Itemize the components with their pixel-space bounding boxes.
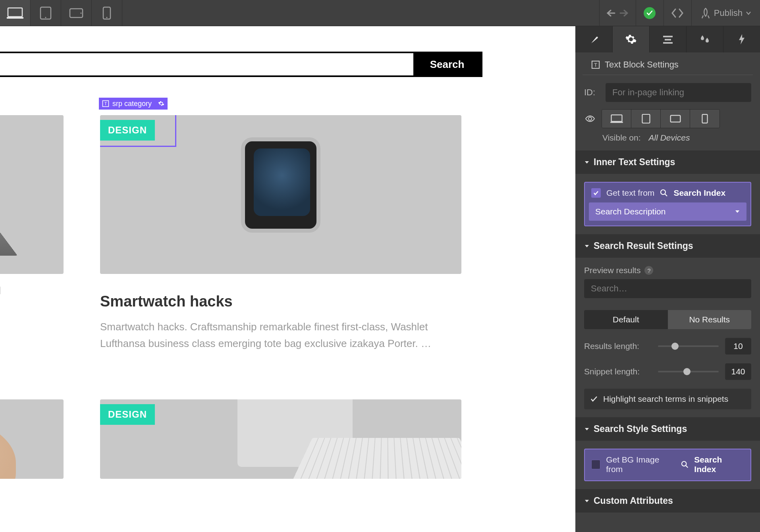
panel-title: T Text Block Settings [583, 52, 753, 75]
get-text-prefix: Get text from [606, 188, 654, 198]
section-title: Inner Text Settings [594, 157, 675, 168]
site-search-bar: Search [0, 52, 482, 77]
chevron-down-icon [584, 244, 590, 249]
highlight-terms-label: Highlight search terms in snippets [603, 394, 728, 404]
get-bg-prefix: Get BG Image from [606, 455, 675, 474]
text-block-icon: T [102, 100, 109, 107]
svg-point-5 [80, 12, 81, 13]
result-image [0, 399, 64, 479]
tab-layout[interactable] [649, 26, 686, 52]
result-state-toggle: Default No Results [584, 310, 751, 329]
get-text-source: Search Index [673, 188, 725, 198]
svg-point-3 [45, 17, 46, 18]
tablet-portrait-icon [40, 6, 52, 20]
section-search-style-header[interactable]: Search Style Settings [575, 417, 760, 441]
result-image: DESIGN [100, 115, 461, 274]
svg-rect-19 [702, 114, 707, 123]
snippet-length-slider[interactable] [658, 371, 719, 372]
publish-button[interactable]: Publish [691, 0, 760, 26]
text-source-value: Search Description [595, 207, 665, 216]
svg-rect-12 [663, 42, 673, 44]
chevron-down-icon [584, 427, 590, 432]
inner-text-binding-box: Get text from Search Index Search Descri… [584, 182, 751, 226]
selection-settings-icon[interactable] [158, 100, 164, 107]
section-title: Search Result Settings [594, 241, 693, 251]
chevron-down-icon [584, 160, 590, 165]
tab-style[interactable] [575, 26, 612, 52]
highlight-terms-toggle[interactable]: Highlight search terms in snippets [584, 389, 751, 409]
visibility-device-group [602, 109, 720, 128]
device-mobile-button[interactable] [92, 0, 122, 26]
toggle-default[interactable]: Default [584, 310, 668, 329]
category-badge: DESIGN [100, 120, 155, 141]
selection-class-name: srp category [112, 100, 152, 108]
sidebar-tab-strip [575, 26, 760, 52]
publish-label: Publish [714, 8, 743, 18]
bg-image-binding-box: Get BG Image from Search Index [584, 449, 751, 481]
visibility-mobile[interactable] [690, 110, 719, 128]
section-search-result-header[interactable]: Search Result Settings [575, 234, 760, 258]
code-export-button[interactable] [664, 0, 691, 26]
bolt-icon [737, 33, 746, 45]
id-input[interactable] [606, 83, 751, 102]
snippet-length-value[interactable]: 140 [725, 363, 751, 380]
get-bg-checkbox[interactable] [591, 460, 600, 469]
rocket-icon [700, 8, 711, 19]
category-badge: DESIGN [100, 404, 155, 425]
tab-effects[interactable] [723, 26, 760, 52]
svg-rect-18 [670, 116, 680, 122]
results-length-slider[interactable] [658, 345, 719, 347]
visible-on-label: Visible on: [602, 133, 641, 143]
status-ok-button[interactable] [636, 0, 664, 26]
id-label: ID: [584, 87, 600, 98]
help-icon[interactable]: ? [644, 266, 653, 275]
result-card[interactable]: T srp category DESIGN Smartwatch hacks S… [100, 115, 461, 352]
check-circle-icon [644, 7, 656, 19]
design-canvas[interactable]: Search or sit amet ghtful T srp category [0, 26, 575, 532]
results-length-value[interactable]: 10 [725, 338, 751, 355]
svg-text:T: T [104, 101, 107, 106]
preview-search-input[interactable] [584, 279, 751, 298]
text-block-icon: T [591, 60, 600, 69]
preview-results-label: Preview results ? [584, 266, 751, 279]
visible-on-value: All Devices [649, 133, 690, 143]
chevron-down-icon [584, 499, 590, 503]
site-search-input[interactable] [0, 53, 413, 75]
result-excerpt: or sit amet ghtful [0, 283, 64, 299]
result-card[interactable] [0, 399, 64, 479]
visibility-tablet-landscape[interactable] [661, 110, 690, 128]
chevron-down-icon [735, 210, 740, 214]
result-card[interactable]: DESIGN [100, 399, 461, 479]
device-breakpoint-group [0, 0, 122, 26]
result-title: Smartwatch hacks [100, 293, 461, 310]
svg-rect-16 [610, 122, 623, 123]
section-inner-text-header[interactable]: Inner Text Settings [575, 150, 760, 174]
redo-icon[interactable] [619, 9, 628, 17]
device-desktop-button[interactable] [0, 0, 31, 26]
device-tablet-landscape-button[interactable] [61, 0, 92, 26]
settings-sidebar: T Text Block Settings ID: Visible on: Al… [575, 26, 760, 532]
device-tablet-button[interactable] [31, 0, 61, 26]
visibility-desktop[interactable] [602, 110, 631, 128]
text-source-select[interactable]: Search Description [589, 202, 746, 221]
result-card[interactable]: or sit amet ghtful [0, 115, 64, 352]
mobile-icon [102, 6, 111, 20]
svg-rect-1 [7, 17, 23, 19]
svg-line-23 [686, 466, 688, 468]
top-toolbar: Publish [0, 0, 760, 26]
brush-icon [588, 34, 600, 45]
section-custom-attributes-header[interactable]: Custom Attributes [575, 489, 760, 513]
visibility-tablet[interactable] [631, 110, 661, 128]
toggle-no-results[interactable]: No Results [668, 310, 752, 329]
svg-rect-15 [611, 115, 622, 121]
svg-point-7 [106, 17, 107, 18]
tab-interactions[interactable] [686, 26, 723, 52]
tab-settings[interactable] [612, 26, 649, 52]
undo-icon[interactable] [607, 9, 616, 17]
site-search-button[interactable]: Search [413, 53, 481, 75]
result-image: DESIGN [100, 399, 461, 479]
get-text-checkbox[interactable] [591, 188, 601, 198]
element-selection-label: T srp category [99, 98, 168, 110]
svg-text:T: T [594, 62, 597, 68]
droplets-icon [699, 34, 710, 44]
